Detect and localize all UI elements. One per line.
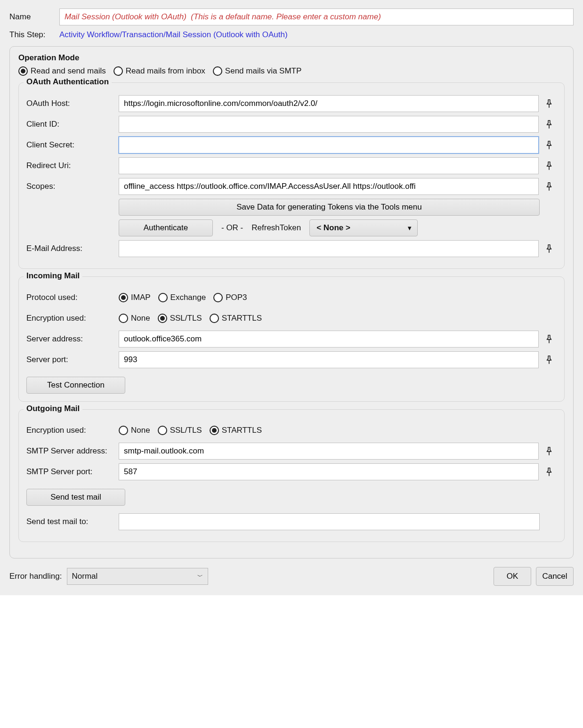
outgoing-mail-group: Outgoing Mail Encryption used: None SSL/… bbox=[18, 409, 565, 542]
radio-label: Read mails from inbox bbox=[126, 66, 205, 76]
error-handling-value: Normal bbox=[72, 572, 98, 581]
pin-icon[interactable] bbox=[542, 444, 557, 459]
redirect-uri-input[interactable] bbox=[119, 157, 539, 174]
radio-out-ssl[interactable]: SSL/TLS bbox=[158, 426, 202, 435]
radio-label: Read and send mails bbox=[31, 66, 106, 76]
radio-label: IMAP bbox=[131, 293, 151, 302]
pin-icon[interactable] bbox=[542, 241, 557, 256]
cancel-button[interactable]: Cancel bbox=[536, 567, 574, 586]
radio-exchange[interactable]: Exchange bbox=[158, 293, 206, 302]
name-input[interactable] bbox=[59, 8, 574, 25]
pin-icon[interactable] bbox=[542, 179, 557, 194]
scopes-input[interactable] bbox=[119, 178, 539, 195]
main-panel: Operation Mode Read and send mails Read … bbox=[9, 46, 574, 558]
email-address-label: E-Mail Address: bbox=[26, 244, 114, 253]
radio-label: STARTTLS bbox=[222, 314, 262, 323]
authenticate-button[interactable]: Authenticate bbox=[119, 219, 213, 236]
pin-icon[interactable] bbox=[542, 332, 557, 347]
send-test-mail-button[interactable]: Send test mail bbox=[26, 489, 125, 506]
send-test-to-input[interactable] bbox=[119, 513, 540, 530]
oauth-group: OAuth Authentication OAuth Host: Client … bbox=[18, 82, 565, 269]
incoming-encryption-label: Encryption used: bbox=[26, 314, 114, 323]
pin-icon[interactable] bbox=[542, 117, 557, 132]
name-row: Name bbox=[9, 8, 574, 25]
pin-icon[interactable] bbox=[542, 464, 557, 479]
radio-pop3[interactable]: POP3 bbox=[213, 293, 247, 302]
radio-enc-none[interactable]: None bbox=[119, 314, 150, 323]
operation-mode-title: Operation Mode bbox=[18, 53, 565, 63]
test-connection-button[interactable]: Test Connection bbox=[26, 377, 125, 394]
client-id-label: Client ID: bbox=[26, 120, 114, 129]
incoming-port-label: Server port: bbox=[26, 355, 114, 364]
oauth-host-label: OAuth Host: bbox=[26, 99, 114, 108]
name-label: Name bbox=[9, 12, 53, 22]
client-secret-input[interactable] bbox=[119, 137, 539, 154]
step-link[interactable]: Activity Workflow/Transaction/Mail Sessi… bbox=[59, 30, 288, 40]
refresh-token-value: < None > bbox=[316, 223, 350, 233]
oauth-title: OAuth Authentication bbox=[24, 77, 112, 87]
radio-enc-ssl[interactable]: SSL/TLS bbox=[158, 314, 202, 323]
radio-label: SSL/TLS bbox=[170, 314, 202, 323]
radio-imap[interactable]: IMAP bbox=[119, 293, 151, 302]
radio-out-none[interactable]: None bbox=[119, 426, 150, 435]
pin-icon[interactable] bbox=[542, 352, 557, 367]
protocol-label: Protocol used: bbox=[26, 293, 114, 302]
incoming-mail-group: Incoming Mail Protocol used: IMAP Exchan… bbox=[18, 276, 565, 402]
incoming-server-input[interactable] bbox=[119, 331, 539, 348]
error-handling-select[interactable]: Normal ﹀ bbox=[67, 568, 208, 585]
redirect-uri-label: Redirect Uri: bbox=[26, 161, 114, 170]
save-token-data-button[interactable]: Save Data for generating Tokens via the … bbox=[119, 199, 540, 216]
radio-label: SSL/TLS bbox=[170, 426, 202, 435]
radio-label: STARTTLS bbox=[222, 426, 262, 435]
outgoing-encryption-label: Encryption used: bbox=[26, 426, 114, 435]
client-secret-label: Client Secret: bbox=[26, 140, 114, 150]
incoming-server-label: Server address: bbox=[26, 334, 114, 344]
client-id-input[interactable] bbox=[119, 116, 539, 133]
or-text: - OR - bbox=[221, 223, 243, 233]
smtp-server-input[interactable] bbox=[119, 443, 539, 460]
smtp-port-input[interactable] bbox=[119, 463, 539, 480]
radio-send-smtp[interactable]: Send mails via SMTP bbox=[213, 66, 302, 76]
scopes-label: Scopes: bbox=[26, 182, 114, 191]
incoming-port-input[interactable] bbox=[119, 351, 539, 368]
step-row: This Step: Activity Workflow/Transaction… bbox=[9, 30, 574, 40]
radio-label: Send mails via SMTP bbox=[225, 66, 302, 76]
operation-mode-radios: Read and send mails Read mails from inbo… bbox=[18, 66, 565, 76]
chevron-down-icon: ﹀ bbox=[197, 573, 203, 581]
radio-label: None bbox=[131, 314, 150, 323]
radio-label: None bbox=[131, 426, 150, 435]
refresh-token-combo[interactable]: < None > ▼ bbox=[309, 219, 418, 236]
refresh-token-label: RefreshToken bbox=[251, 223, 301, 233]
outgoing-title: Outgoing Mail bbox=[24, 404, 82, 413]
radio-label: Exchange bbox=[170, 293, 206, 302]
radio-out-starttls[interactable]: STARTTLS bbox=[210, 426, 262, 435]
radio-read-send[interactable]: Read and send mails bbox=[18, 66, 106, 76]
error-handling-label: Error handling: bbox=[9, 572, 62, 581]
incoming-title: Incoming Mail bbox=[24, 271, 82, 281]
step-label: This Step: bbox=[9, 30, 53, 40]
radio-enc-starttls[interactable]: STARTTLS bbox=[210, 314, 262, 323]
pin-icon[interactable] bbox=[542, 96, 557, 111]
ok-button[interactable]: OK bbox=[494, 567, 531, 586]
pin-icon[interactable] bbox=[542, 158, 557, 173]
radio-read-inbox[interactable]: Read mails from inbox bbox=[113, 66, 205, 76]
oauth-host-input[interactable] bbox=[119, 95, 539, 112]
smtp-server-label: SMTP Server address: bbox=[26, 446, 114, 456]
radio-label: POP3 bbox=[226, 293, 247, 302]
email-address-input[interactable] bbox=[119, 240, 539, 257]
mail-session-dialog: Name This Step: Activity Workflow/Transa… bbox=[0, 0, 583, 595]
pin-icon[interactable] bbox=[542, 138, 557, 153]
chevron-down-icon: ▼ bbox=[406, 225, 413, 232]
dialog-footer: Error handling: Normal ﹀ OK Cancel bbox=[9, 567, 574, 586]
smtp-port-label: SMTP Server port: bbox=[26, 467, 114, 477]
send-test-to-label: Send test mail to: bbox=[26, 517, 114, 526]
